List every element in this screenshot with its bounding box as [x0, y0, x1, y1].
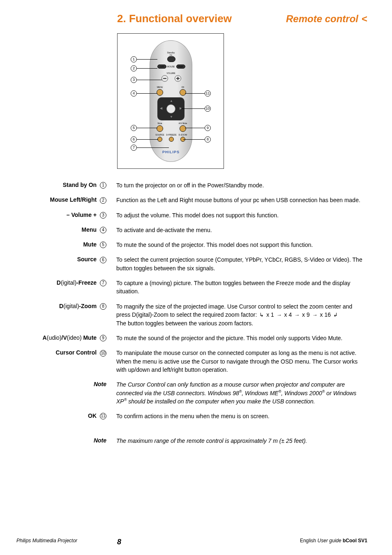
label-menu: MENU — [155, 86, 165, 88]
avmute-button — [180, 125, 186, 132]
standby-button — [167, 56, 175, 62]
callout-11: 11 — [205, 90, 211, 97]
definition-description: To activate and de-activate the menu. — [109, 226, 367, 234]
definition-description: To confirm actions in the menu when the … — [109, 412, 367, 420]
label-dzoom: D-ZOOM — [177, 134, 189, 136]
definition-number: 9 — [100, 335, 106, 341]
callout-5: 5 — [131, 125, 137, 131]
arrow-down-icon: ▼ — [170, 115, 173, 119]
definition-description: To mute the sound of the projector and t… — [109, 334, 367, 342]
callout-7: 7 — [131, 145, 137, 151]
footer-product: bCool SV1 — [343, 538, 367, 543]
definition-description: To turn the projector on or off in the P… — [109, 181, 367, 189]
mute-button — [157, 125, 163, 132]
note-label-text: Note — [94, 437, 106, 444]
arrow-left-icon: ◀ — [160, 106, 162, 110]
definition-label: Mute 5 — [16, 241, 109, 249]
cursor-pad: ▲ ▼ ◀ ▶ — [157, 97, 184, 120]
definition-row: Source 6To select the current projection… — [16, 256, 367, 272]
footer-left: Philips Multimedia Projector — [16, 538, 77, 543]
label-dfreeze: D-FREEZE — [165, 134, 178, 136]
brand-logo: PHILIPS — [162, 150, 180, 154]
label-standby: Standby On — [163, 51, 179, 56]
definition-description: To capture a (moving) picture. The butto… — [109, 279, 367, 296]
definition-label: D(igital)-Zoom 8 — [16, 302, 109, 311]
definition-description: To select the current projection source … — [109, 256, 367, 272]
definition-number: 10 — [100, 350, 106, 357]
label-ok: OK — [178, 86, 188, 88]
definitions-list: Stand by On 1To turn the projector on or… — [16, 181, 367, 420]
definition-row: Menu 4To activate and de-activate the me… — [16, 226, 367, 234]
volume-minus-button — [161, 75, 168, 82]
definition-label: D(igital)-Freeze 7 — [16, 279, 109, 287]
definition-label: Source 6 — [16, 256, 109, 264]
chevron-icon: < — [362, 13, 367, 25]
definition-row: Stand by On 1To turn the projector on or… — [16, 181, 367, 189]
definition-label: – Volume + 3 — [16, 211, 109, 219]
label-right: Right — [177, 65, 185, 68]
definition-description: Function as the Left and Right mouse but… — [109, 196, 367, 204]
definition-description: The Cursor Control can only function as … — [109, 380, 367, 405]
footer-page-number: 8 — [117, 538, 121, 546]
label-volume: VOLUME — [163, 72, 179, 74]
footer-userguide: User guide — [316, 538, 343, 543]
definition-label: Menu 4 — [16, 226, 109, 234]
cursor-center — [166, 104, 175, 113]
definition-description: To mute the sound of the projector. This… — [109, 241, 367, 249]
definition-description: To adjust the volume. This model does no… — [109, 211, 367, 219]
bottom-note-label: Note — [16, 437, 109, 445]
definition-label: Mouse Left/Right 2 — [16, 196, 109, 204]
remote-body: Standby On MOUSE Left Right VOLUME MENU … — [150, 40, 192, 162]
definition-number: 8 — [100, 303, 106, 310]
definition-row: NoteThe Cursor Control can only function… — [16, 380, 367, 405]
definition-row: D(igital)-Freeze 7To capture a (moving) … — [16, 279, 367, 296]
footer-lang: English — [300, 538, 316, 543]
label-avmute: A/V Mute — [177, 122, 189, 124]
definition-description: To manipulate the mouse cursor on the co… — [109, 349, 367, 374]
callout-3: 3 — [131, 77, 137, 83]
definition-description: To magnify the size of the projected ima… — [109, 302, 367, 327]
definition-number: 11 — [100, 413, 106, 419]
bottom-note-row: Note The maximum range of the remote con… — [16, 437, 367, 445]
definition-number: 7 — [100, 280, 106, 286]
label-source: SOURCE — [154, 134, 165, 136]
definition-number: 4 — [100, 227, 106, 233]
definition-label: OK 11 — [16, 412, 109, 420]
definition-row: D(igital)-Zoom 8To magnify the size of t… — [16, 302, 367, 327]
page-header: 2. Functional overview Remote control < — [16, 12, 367, 25]
definition-number: 1 — [100, 182, 106, 189]
bottom-note-text: The maximum range of the remote control … — [109, 437, 367, 445]
definition-row: A(udio)/V(ideo) Mute 9To mute the sound … — [16, 334, 367, 342]
definition-row: Cursor Control 10To manipulate the mouse… — [16, 349, 367, 374]
arrow-up-icon: ▲ — [170, 99, 173, 103]
callout-1: 1 — [131, 56, 137, 62]
volume-plus-button — [175, 75, 181, 82]
definition-number: 2 — [100, 197, 106, 204]
definition-row: Mute 5To mute the sound of the projector… — [16, 241, 367, 249]
page-footer: Philips Multimedia Projector 8 English U… — [16, 538, 367, 543]
definition-row: – Volume + 3To adjust the volume. This m… — [16, 211, 367, 219]
definition-number: 3 — [100, 212, 106, 219]
ok-button — [180, 89, 186, 96]
callout-10: 10 — [205, 106, 211, 112]
menu-button — [157, 89, 163, 96]
definition-row: OK 11To confirm actions in the menu when… — [16, 412, 367, 420]
callout-6: 6 — [131, 136, 137, 143]
callout-4: 4 — [131, 90, 137, 97]
definition-label: Cursor Control 10 — [16, 349, 109, 357]
definition-label: Note — [16, 380, 109, 389]
remote-diagram: Standby On MOUSE Left Right VOLUME MENU … — [117, 33, 224, 169]
label-mute: Mute — [155, 122, 165, 124]
definition-label: A(udio)/V(ideo) Mute 9 — [16, 334, 109, 342]
section-title: 2. Functional overview — [117, 12, 232, 25]
definition-number: 6 — [100, 257, 106, 263]
callout-8: 8 — [205, 136, 211, 143]
subtitle: Remote control — [286, 13, 358, 25]
header-right: Remote control < — [286, 13, 367, 25]
definition-label: Stand by On 1 — [16, 181, 109, 189]
definition-row: Mouse Left/Right 2Function as the Left a… — [16, 196, 367, 204]
label-left: Left — [158, 65, 166, 68]
callout-9: 9 — [205, 125, 211, 131]
dfreeze-button — [169, 137, 174, 142]
callout-2: 2 — [131, 65, 137, 71]
